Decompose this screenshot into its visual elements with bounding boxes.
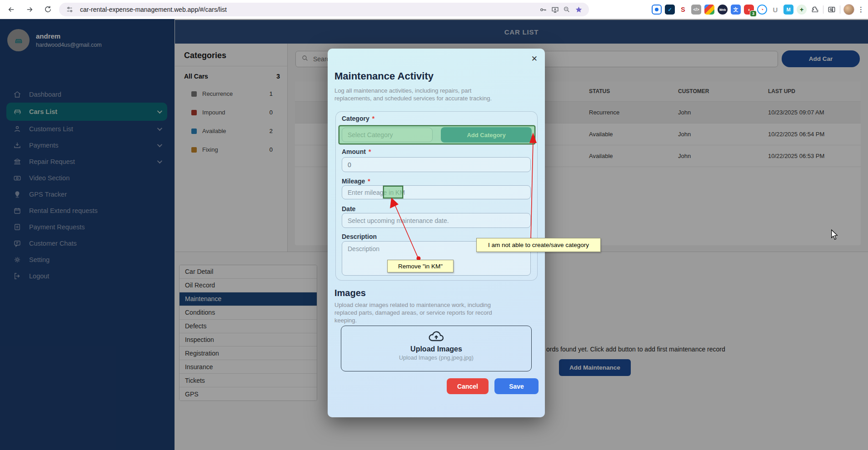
extensions-puzzle-icon[interactable] [810,5,820,15]
ext-web-icon[interactable]: Web [718,5,728,15]
address-bar[interactable]: car-rental-expense-management.web.app/#/… [59,3,589,16]
maintenance-activity-modal: ✕ Maintenance Activity Log all maintenan… [328,49,545,417]
ext-u-icon[interactable]: U [770,5,780,15]
ext-badged-icon[interactable]: ◖ [744,5,754,15]
annotation-note-category: I am not able to create/save category [476,238,601,252]
cancel-button[interactable]: Cancel [447,378,489,394]
forward-icon[interactable] [22,2,37,17]
annotation-highlight-category [339,125,535,144]
ext-ring-icon[interactable]: ◔ [757,5,767,15]
site-info-icon[interactable] [64,4,75,15]
upload-hint: Upload Images (png,jpeg,jpg) [341,355,531,361]
install-app-icon[interactable] [549,4,561,15]
mileage-label: Mileage* [342,178,370,185]
date-input[interactable] [342,213,531,228]
amount-label: Amount* [342,148,371,155]
modal-title: Maintenance Activity [334,70,434,82]
mileage-input[interactable] [342,185,531,199]
upload-title: Upload Images [341,345,531,353]
upload-dropzone[interactable]: Upload Images Upload Images (png,jpeg,jp… [341,326,532,371]
ext-translate-icon[interactable]: 文 [731,5,741,15]
ext-seo-icon[interactable]: S [678,5,688,15]
ext-plus-icon[interactable]: + [797,5,807,15]
modal-description: Log all maintenance activities, includin… [334,87,494,102]
browser-toolbar: car-rental-expense-management.web.app/#/… [0,0,868,19]
back-icon[interactable] [4,2,19,17]
close-icon[interactable]: ✕ [531,54,538,64]
ext-check-icon[interactable]: ✓ [665,5,675,15]
cloud-upload-icon [341,331,531,344]
category-label: Category* [342,115,374,122]
reload-icon[interactable] [40,2,55,17]
annotation-note-km: Remove "in KM" [387,260,454,272]
password-key-icon[interactable] [537,4,549,15]
side-panel-icon[interactable] [827,5,837,15]
browser-profile-avatar[interactable] [843,4,854,15]
annotation-highlight-km [383,186,403,198]
zoom-icon[interactable] [561,4,573,15]
date-label: Date [342,205,355,213]
ext-photos-icon[interactable] [704,5,714,15]
url-text[interactable]: car-rental-expense-management.web.app/#/… [80,6,537,13]
extensions-row: ✓ S </> Web 文 ◖ ◔ U M + ⋮ [652,3,864,16]
ext-m-icon[interactable]: M [783,5,793,15]
browser-menu-kebab-icon[interactable]: ⋮ [858,5,864,14]
save-button[interactable]: Save [494,378,539,394]
ext-code-icon[interactable]: </> [691,5,701,15]
bookmark-star-icon[interactable] [573,4,584,15]
amount-input[interactable] [342,157,531,172]
images-description: Upload clear images related to maintenan… [334,301,498,324]
ext-recorder-icon[interactable] [652,5,662,15]
description-label: Description [342,233,377,240]
images-heading: Images [334,288,366,298]
